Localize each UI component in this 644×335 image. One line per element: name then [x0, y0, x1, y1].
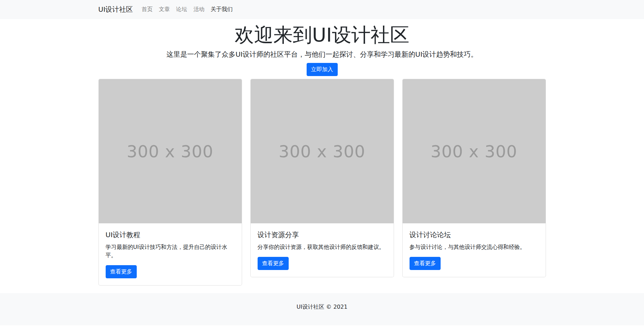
card-body: UI设计教程 学习最新的UI设计技巧和方法，提升自己的设计水平。 查看更多: [99, 223, 242, 285]
card-text: 分享你的设计资源，获取其他设计师的反馈和建议。: [258, 243, 387, 251]
card-design-resources: 300 x 300 设计资源分享 分享你的设计资源，获取其他设计师的反馈和建议。…: [250, 79, 394, 277]
top-navbar: UI设计社区 首页 文章 论坛 活动 关于我们: [0, 0, 644, 19]
view-more-button[interactable]: 查看更多: [106, 265, 137, 278]
nav-item-forum[interactable]: 论坛: [173, 3, 190, 16]
card-body: 设计讨论论坛 参与设计讨论，与其他设计师交流心得和经验。 查看更多: [403, 223, 546, 277]
placeholder-image-label: 300 x 300: [431, 142, 517, 161]
placeholder-image-label: 300 x 300: [279, 142, 365, 161]
card-text: 参与设计讨论，与其他设计师交流心得和经验。: [410, 243, 539, 251]
placeholder-image: 300 x 300: [99, 79, 242, 223]
card-title: UI设计教程: [106, 230, 235, 240]
placeholder-image-label: 300 x 300: [127, 142, 213, 161]
nav-item-home[interactable]: 首页: [138, 3, 156, 16]
view-more-button[interactable]: 查看更多: [410, 257, 441, 270]
card-title: 设计资源分享: [258, 230, 387, 240]
page-footer: UI设计社区 © 2021: [0, 293, 644, 325]
hero-subtitle: 这里是一个聚集了众多UI设计师的社区平台，与他们一起探讨、分享和学习最新的UI设…: [0, 49, 644, 59]
card-body: 设计资源分享 分享你的设计资源，获取其他设计师的反馈和建议。 查看更多: [251, 223, 394, 277]
card-design-forum: 300 x 300 设计讨论论坛 参与设计讨论，与其他设计师交流心得和经验。 查…: [402, 79, 546, 277]
page-title: 欢迎来到UI设计社区: [0, 23, 644, 46]
card-text: 学习最新的UI设计技巧和方法，提升自己的设计水平。: [106, 243, 235, 260]
card-ui-tutorials: 300 x 300 UI设计教程 学习最新的UI设计技巧和方法，提升自己的设计水…: [98, 79, 242, 286]
nav-item-articles[interactable]: 文章: [156, 3, 173, 16]
copyright-text: UI设计社区 © 2021: [0, 304, 644, 311]
feature-cards-row: 300 x 300 UI设计教程 学习最新的UI设计技巧和方法，提升自己的设计水…: [98, 79, 546, 286]
placeholder-image: 300 x 300: [251, 79, 394, 223]
placeholder-image: 300 x 300: [403, 79, 546, 223]
view-more-button[interactable]: 查看更多: [258, 257, 289, 270]
nav-item-events[interactable]: 活动: [190, 3, 208, 16]
nav-item-about[interactable]: 关于我们: [208, 3, 236, 16]
card-title: 设计讨论论坛: [410, 230, 539, 240]
join-now-button[interactable]: 立即加入: [307, 63, 338, 76]
nav-links: 首页 文章 论坛 活动 关于我们: [138, 3, 236, 16]
brand-logo[interactable]: UI设计社区: [98, 5, 133, 14]
hero-section: 欢迎来到UI设计社区 这里是一个聚集了众多UI设计师的社区平台，与他们一起探讨、…: [0, 19, 644, 76]
